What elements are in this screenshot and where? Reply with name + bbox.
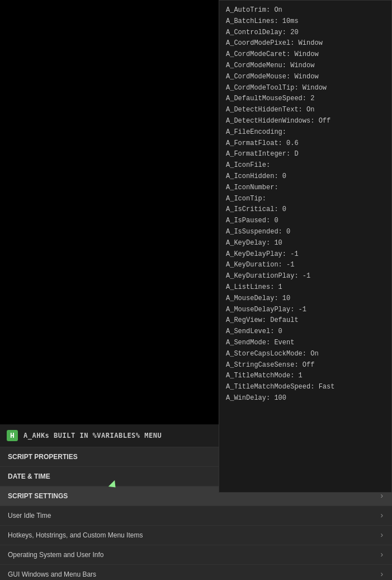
variable-item: A_WinDelay: 100 xyxy=(226,393,385,404)
arrow-icon: › xyxy=(380,492,384,501)
variables-list: A_AutoTrim: OnA_BatchLines: 10msA_Contro… xyxy=(226,5,385,404)
variable-item: A_AutoTrim: On xyxy=(226,5,385,16)
menu-item-label: DATE & TIME xyxy=(8,473,50,480)
variable-item: A_StoreCapsLockMode: On xyxy=(226,349,385,360)
variable-item: A_IconFile: xyxy=(226,160,385,171)
variable-item: A_IsSuspended: 0 xyxy=(226,227,385,238)
variable-item: A_DetectHiddenText: On xyxy=(226,105,385,116)
variable-item: A_CordModeCaret: Window xyxy=(226,49,385,60)
variable-item: A_KeyDelayPlay: -1 xyxy=(226,249,385,260)
variable-item: A_ListLines: 1 xyxy=(226,282,385,293)
variable-item: A_CordModeToolTip: Window xyxy=(226,83,385,94)
ahk-icon: H xyxy=(7,430,18,441)
menu-item-label: SCRIPT PROPERTIES xyxy=(8,453,78,461)
variable-item: A_MouseDelayPlay: -1 xyxy=(226,305,385,316)
variable-item: A_SendLevel: 0 xyxy=(226,326,385,338)
variable-item: A_KeyDelay: 10 xyxy=(226,238,385,249)
variable-item: A_DetectHiddenWindows: Off xyxy=(226,116,385,127)
variable-item: A_CordModeMenu: Window xyxy=(226,60,385,72)
variable-item: A_IsPaused: 0 xyxy=(226,216,385,227)
variable-item: A_BatchLines: 10ms xyxy=(226,16,385,27)
variable-item: A_IconTip: xyxy=(226,194,385,205)
menu-item-label: GUI Windows and Menu Bars xyxy=(8,570,96,578)
variable-item: A_StringCaseSense: Off xyxy=(226,360,385,371)
menu-item-user-idle[interactable]: User Idle Time › xyxy=(0,506,392,526)
menu-header-title: A_AHKs BUILT IN %VARIABLES% MENU xyxy=(23,432,162,439)
variable-item: A_RegView: Default xyxy=(226,315,385,326)
variable-item: A_FormatInteger: D xyxy=(226,149,385,160)
menu-item-label: SCRIPT SETTINGS xyxy=(8,492,68,500)
variable-item: A_ControlDelay: 20 xyxy=(226,27,385,39)
variable-item: A_KeyDuration: -1 xyxy=(226,260,385,271)
variable-item: A_KeyDurationPlay: -1 xyxy=(226,271,385,282)
menu-item-hotkeys[interactable]: Hotkeys, Hotstrings, and Custom Menu Ite… xyxy=(0,526,392,545)
variables-panel: A_AutoTrim: OnA_BatchLines: 10msA_Contro… xyxy=(219,0,392,493)
variable-item: A_FileEncoding: xyxy=(226,127,385,138)
variable-item: A_DefaultMouseSpeed: 2 xyxy=(226,93,385,105)
variable-item: A_FormatFloat: 0.6 xyxy=(226,138,385,149)
variable-item: A_IsCritical: 0 xyxy=(226,204,385,216)
menu-item-label: Hotkeys, Hotstrings, and Custom Menu Ite… xyxy=(8,531,143,539)
arrow-icon: › xyxy=(380,511,384,520)
menu-item-os-info[interactable]: Operating System and User Info › xyxy=(0,545,392,565)
variable-item: A_IconNumber: xyxy=(226,183,385,194)
variable-item: A_TitleMatchMode: 1 xyxy=(226,371,385,382)
menu-item-label: User Idle Time xyxy=(8,512,51,520)
variable-item: A_TitleMatchModeSpeed: Fast xyxy=(226,382,385,393)
menu-item-label: Operating System and User Info xyxy=(8,551,103,559)
arrow-icon: › xyxy=(380,531,384,540)
variable-item: A_CoordModePixel: Window xyxy=(226,38,385,49)
menu-item-gui-windows[interactable]: GUI Windows and Menu Bars › xyxy=(0,565,392,580)
variable-item: A_IconHidden: 0 xyxy=(226,171,385,183)
variable-item: A_CordModeMouse: Window xyxy=(226,72,385,83)
variable-item: A_MouseDelay: 10 xyxy=(226,293,385,305)
variable-item: A_SendMode: Event xyxy=(226,338,385,349)
arrow-icon: › xyxy=(380,550,384,559)
arrow-icon: › xyxy=(380,570,384,579)
